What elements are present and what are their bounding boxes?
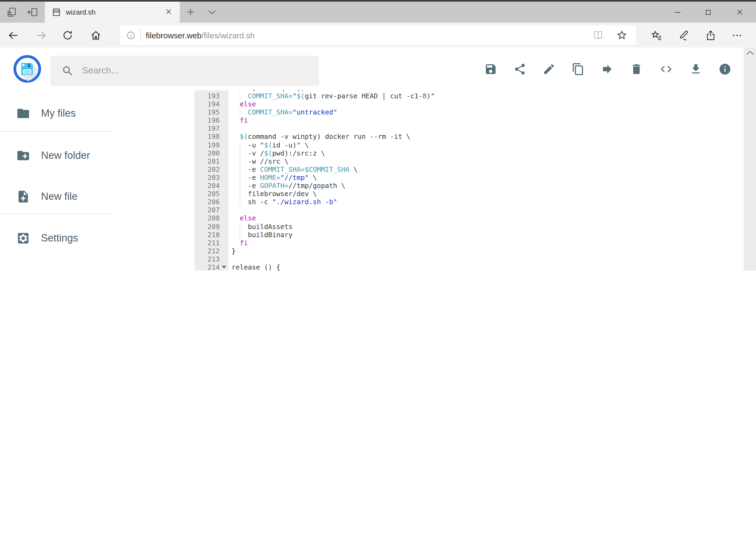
home-icon[interactable] — [90, 30, 102, 41]
code-line[interactable]: 205 filebrowser/dev \ — [114, 190, 744, 198]
code-line[interactable]: 201 -w //src \ — [114, 157, 744, 165]
code-text: -v /$(pwd):/src:z \ — [232, 149, 325, 157]
share-button[interactable] — [513, 62, 526, 75]
line-number: 194 — [194, 100, 220, 108]
set-tabs-aside-icon[interactable] — [27, 6, 38, 18]
line-number: 201 — [194, 157, 220, 165]
line-number: 196 — [194, 116, 220, 125]
tab-title: wizard.sh — [66, 8, 96, 16]
settings-icon — [16, 231, 30, 245]
line-number: 211 — [194, 239, 220, 247]
code-line[interactable]: 208 else — [114, 214, 744, 222]
web-note-pen-icon[interactable] — [678, 30, 689, 41]
code-view-button[interactable] — [659, 62, 673, 75]
code-text: -e GOPATH=//tmp/gopath \ — [232, 182, 345, 190]
code-line[interactable]: 195 COMMIT_SHA="untracked" — [114, 108, 744, 116]
new-tab-icon[interactable] — [186, 7, 195, 17]
fold-marker-icon[interactable] — [222, 266, 226, 269]
code-line[interactable]: 194 else — [114, 100, 744, 108]
move-button[interactable] — [601, 62, 614, 75]
code-text: fi — [232, 239, 248, 247]
code-line[interactable]: 200 -v /$(pwd):/src:z \ — [114, 149, 744, 157]
more-dots-icon[interactable] — [731, 30, 743, 41]
code-line[interactable]: 198 $(command -v winpty) docker run --rm… — [114, 133, 744, 141]
code-text: filebrowser/dev \ — [232, 190, 317, 198]
code-text: } — [232, 247, 236, 255]
sidebar-item-label: New file — [41, 191, 78, 203]
code-line[interactable]: 193 COMMIT_SHA="$(git rev-parse HEAD | c… — [114, 92, 744, 100]
line-number: 206 — [194, 198, 220, 206]
code-line[interactable]: 211 fi — [114, 239, 744, 247]
code-text: fi — [232, 116, 248, 125]
download-button[interactable] — [689, 62, 702, 75]
search-icon — [62, 65, 74, 77]
scroll-up-icon[interactable] — [745, 50, 754, 56]
code-line[interactable]: 199 -u "$(id -u)" \ — [114, 141, 744, 149]
code-line[interactable]: 213 — [114, 255, 744, 263]
site-info-icon[interactable] — [126, 31, 135, 40]
sidebar-item-label: My files — [41, 108, 76, 119]
hub-favorites-icon[interactable] — [651, 30, 662, 41]
maximize-button[interactable] — [696, 2, 721, 23]
url-path: /files/wizard.sh — [202, 31, 255, 40]
close-tab-icon[interactable] — [165, 8, 173, 16]
favorite-star-icon[interactable] — [617, 30, 627, 41]
code-text: buildBinary — [232, 231, 293, 239]
code-line[interactable]: 214release () { — [114, 263, 744, 270]
code-line[interactable]: 204 -e GOPATH=//tmp/gopath \ — [114, 182, 744, 190]
save-button[interactable] — [484, 62, 497, 75]
new-file-icon — [16, 190, 30, 204]
browser-tab-bar: wizard.sh — [0, 2, 756, 23]
tab-preview-icon[interactable] — [6, 6, 17, 18]
reading-view-icon[interactable] — [593, 30, 604, 41]
minimize-button[interactable] — [665, 2, 690, 23]
copy-button[interactable] — [571, 62, 584, 75]
back-icon[interactable] — [8, 30, 19, 41]
editor-toolbar — [484, 48, 731, 90]
code-lines: 192 if [ $? -eq 0 ]; then193 COMMIT_SHA=… — [114, 90, 744, 270]
url-box[interactable]: filebrowser.web/files/wizard.sh — [121, 25, 636, 45]
code-editor[interactable]: 192 if [ $? -eq 0 ]; then193 COMMIT_SHA=… — [114, 90, 744, 270]
code-line[interactable]: 197 — [114, 125, 744, 133]
share-page-icon[interactable] — [705, 30, 716, 41]
line-number: 209 — [194, 222, 220, 231]
code-line[interactable]: 196 fi — [114, 116, 744, 125]
line-number: 212 — [194, 247, 220, 255]
code-text: buildAssets — [232, 222, 293, 231]
code-line[interactable]: 212} — [114, 247, 744, 255]
delete-button[interactable] — [630, 62, 642, 75]
tab-list-chevron-icon[interactable] — [207, 9, 216, 16]
line-number: 210 — [194, 231, 220, 239]
line-number: 213 — [194, 255, 220, 263]
code-text: -e HOME="//tmp" \ — [232, 174, 317, 182]
close-window-button[interactable] — [727, 2, 752, 23]
search-placeholder: Search... — [82, 65, 119, 76]
code-text: release () { — [232, 263, 280, 270]
line-number: 204 — [194, 182, 220, 190]
tab-document-icon — [52, 8, 61, 17]
line-number: 202 — [194, 165, 220, 174]
filebrowser-floppy-logo[interactable] — [13, 55, 42, 83]
search-input[interactable]: Search... — [50, 56, 319, 86]
line-number: 205 — [194, 190, 220, 198]
code-line[interactable]: 210 buildBinary — [114, 231, 744, 239]
code-text: $(command -v winpty) docker run --rm -it… — [232, 133, 410, 141]
code-line[interactable]: 209 buildAssets — [114, 222, 744, 231]
code-line[interactable]: 203 -e HOME="//tmp" \ — [114, 174, 744, 182]
line-number: 199 — [194, 141, 220, 149]
code-line[interactable]: 207 — [114, 206, 744, 214]
sidebar-item-label: New folder — [41, 150, 90, 162]
code-line[interactable]: 206 sh -c "./wizard.sh -b" — [114, 198, 744, 206]
edit-button[interactable] — [542, 62, 555, 75]
info-button[interactable] — [718, 62, 731, 75]
url-text[interactable]: filebrowser.web/files/wizard.sh — [146, 31, 255, 40]
line-number: 195 — [194, 108, 220, 116]
code-line[interactable]: 202 -e COMMIT_SHA=$COMMIT_SHA \ — [114, 165, 744, 174]
vertical-scrollbar[interactable] — [744, 48, 756, 270]
forward-icon[interactable] — [36, 30, 47, 41]
code-text: COMMIT_SHA="$(git rev-parse HEAD | cut -… — [232, 92, 435, 100]
browser-tab[interactable]: wizard.sh — [45, 2, 180, 23]
url-divider — [140, 29, 141, 41]
url-host: filebrowser.web — [146, 31, 202, 40]
refresh-icon[interactable] — [62, 30, 74, 41]
